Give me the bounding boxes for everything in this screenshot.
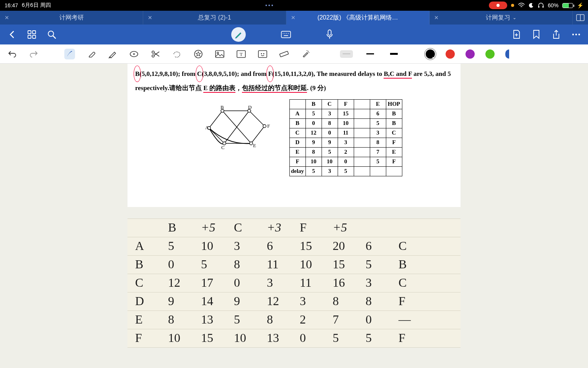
tab-0[interactable]: ✕ 计网考研 <box>0 11 143 25</box>
svg-text:A: A <box>205 125 209 130</box>
svg-point-12 <box>284 33 285 34</box>
back-button[interactable] <box>7 30 17 39</box>
svg-line-38 <box>249 111 265 126</box>
wifi-icon <box>518 3 525 8</box>
charging-icon: ⚡ <box>577 2 583 8</box>
close-icon[interactable]: ✕ <box>148 15 152 21</box>
problem-text: B(5,0,12,9,8,10); from C(3,8,0,9,5,10); … <box>135 67 453 95</box>
svg-text:T: T <box>240 51 243 57</box>
svg-rect-28 <box>216 51 224 58</box>
svg-line-43 <box>224 111 249 143</box>
text-tool-icon[interactable]: T <box>236 49 247 59</box>
color-blue[interactable] <box>505 49 509 59</box>
more-icon[interactable] <box>571 30 581 39</box>
status-time: 16:47 <box>5 2 18 8</box>
tab-bar: ✕ 计网考研 ✕ 总复习 (2)-1 ✕ (2022版) 《高级计算机网络… ✕… <box>0 11 588 25</box>
svg-point-21 <box>575 34 577 35</box>
color-red[interactable] <box>446 49 455 59</box>
tab-label: 计网考研 <box>59 14 84 22</box>
moon-icon <box>529 3 534 8</box>
image-tool-icon[interactable] <box>214 49 225 59</box>
redo-icon[interactable] <box>28 49 39 59</box>
status-dots[interactable]: ••• <box>51 2 489 8</box>
app-toolbar <box>0 25 588 44</box>
status-date: 6月6日 周四 <box>22 2 51 9</box>
bookmark-icon[interactable] <box>531 30 541 39</box>
svg-line-36 <box>209 111 222 128</box>
close-icon[interactable]: ✕ <box>434 15 439 21</box>
share-icon[interactable] <box>551 30 561 39</box>
shape-tool-icon[interactable] <box>129 49 139 59</box>
tab-label: (2022版) 《高级计算机网络… <box>317 14 398 22</box>
color-green[interactable] <box>485 49 495 59</box>
svg-point-25 <box>152 51 154 53</box>
add-page-icon[interactable] <box>511 30 521 39</box>
lasso-icon[interactable] <box>172 49 182 59</box>
sticker-icon[interactable] <box>257 49 268 59</box>
svg-point-24 <box>133 53 135 55</box>
svg-rect-15 <box>284 35 288 36</box>
keyboard-icon[interactable] <box>281 30 291 39</box>
handwriting-area[interactable]: B+5C+3F+5A5103615206CB0581110155BC121703… <box>127 219 461 347</box>
svg-point-11 <box>283 33 284 34</box>
svg-text:B: B <box>220 104 224 110</box>
color-purple[interactable] <box>466 49 475 59</box>
tool-palette: T <box>0 44 588 64</box>
privacy-dot <box>511 4 514 7</box>
svg-rect-35 <box>279 51 288 57</box>
svg-point-13 <box>286 33 287 34</box>
favorite-tool-icon[interactable] <box>193 49 204 59</box>
close-icon[interactable]: ✕ <box>5 15 9 21</box>
pen-tool-icon[interactable] <box>64 49 75 59</box>
svg-text:F: F <box>267 123 270 129</box>
tab-2[interactable]: ✕ (2022版) 《高级计算机网络… <box>286 11 430 25</box>
network-graph: A B D F E C <box>201 103 274 153</box>
svg-text:D: D <box>248 104 252 110</box>
tab-3[interactable]: ✕ 计网复习 ⌄ <box>430 11 573 25</box>
svg-line-39 <box>251 126 265 143</box>
microphone-icon[interactable] <box>322 27 337 42</box>
pen-mode-button[interactable] <box>231 27 246 42</box>
close-icon[interactable]: ✕ <box>291 15 296 21</box>
grid-view-icon[interactable] <box>27 30 37 39</box>
svg-rect-16 <box>328 30 331 35</box>
svg-rect-0 <box>538 6 539 8</box>
color-black[interactable] <box>426 49 435 59</box>
scissors-icon[interactable] <box>150 49 161 59</box>
svg-rect-7 <box>33 35 36 38</box>
highlighter-icon[interactable] <box>107 49 118 59</box>
undo-icon[interactable] <box>7 49 18 59</box>
svg-point-26 <box>152 55 154 57</box>
svg-line-9 <box>53 36 56 38</box>
svg-rect-1 <box>542 6 544 8</box>
tab-1[interactable]: ✕ 总复习 (2)-1 <box>143 11 286 25</box>
svg-text:E: E <box>253 143 256 148</box>
tab-label: 总复习 (2)-1 <box>198 14 231 22</box>
stroke-med[interactable] <box>364 50 377 58</box>
stroke-thick[interactable] <box>387 50 400 58</box>
page-content: B(5,0,12,9,8,10); from C(3,8,0,9,5,10); … <box>127 64 461 207</box>
svg-rect-4 <box>28 31 31 34</box>
svg-point-34 <box>263 53 265 54</box>
battery-pct: 60% <box>548 2 559 8</box>
routing-table: BCFEHOPA53156BB08105BC120113CD9938FE8527… <box>289 99 402 176</box>
svg-point-29 <box>217 52 219 54</box>
search-icon[interactable] <box>47 30 57 39</box>
svg-point-20 <box>572 34 574 35</box>
svg-point-48 <box>250 142 253 145</box>
svg-rect-32 <box>258 51 267 58</box>
stroke-thin[interactable] <box>340 50 353 58</box>
chevron-down-icon[interactable]: ⌄ <box>513 15 516 20</box>
battery-icon <box>562 3 573 8</box>
eraser-icon[interactable] <box>86 49 96 59</box>
ruler-icon[interactable] <box>279 49 289 59</box>
split-view-icon[interactable] <box>573 11 588 25</box>
document-canvas[interactable]: B(5,0,12,9,8,10); from C(3,8,0,9,5,10); … <box>0 64 588 368</box>
svg-rect-6 <box>28 35 31 38</box>
headphones-icon <box>538 3 544 8</box>
svg-text:C: C <box>221 145 225 150</box>
svg-point-14 <box>288 33 289 34</box>
screen-record-indicator[interactable] <box>489 2 507 9</box>
laser-icon[interactable] <box>300 49 311 59</box>
svg-point-8 <box>48 31 54 36</box>
